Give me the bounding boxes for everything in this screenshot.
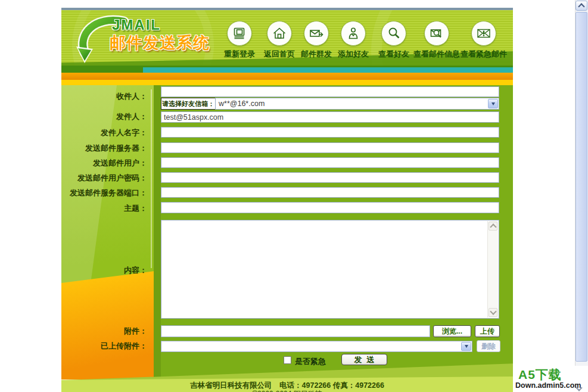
toolbar-label: 查看邮件信息 [412,49,462,60]
chevron-down-icon[interactable] [461,342,471,351]
logo-title: JMAIL [112,17,161,33]
logo-subtitle: 邮件发送系统 [110,32,210,54]
scroll-down-icon[interactable] [489,308,497,317]
label-attachment: 附件： [61,326,147,337]
sidebar-divider [154,85,161,379]
content-textarea[interactable] [161,220,499,319]
view-friends-icon [381,21,406,46]
urgent-label: 是否紧急 [295,356,326,367]
label-content: 内容： [61,265,147,276]
friend-select[interactable]: w**@16*.com [215,98,499,110]
watermark-title: A5下载 [518,366,562,383]
sender-input[interactable] [161,111,499,123]
label-sender-name: 发件人名字： [61,127,147,138]
recipient-input[interactable] [161,86,499,97]
mass-mail-icon [304,21,329,46]
server-port-input[interactable] [161,187,499,198]
subject-input[interactable] [161,202,499,213]
scrollbar-down-icon[interactable] [577,384,581,392]
friend-select-value: w**@16*.com [219,98,265,109]
friend-select-label: 请选择好友信箱： [161,98,216,110]
attachment-input[interactable] [161,325,430,337]
home-icon [267,21,292,46]
relogin-icon [227,21,252,46]
send-button[interactable]: 发送 [341,354,387,365]
scroll-up-icon[interactable] [489,222,497,231]
jmail-send-page: JMAIL 邮件发送系统 重新登录 返回首页 邮件群发 [0,0,588,392]
label-smtp-server: 发送邮件服务器： [61,143,147,154]
scrollbar-thumb[interactable] [575,12,587,362]
label-mail-password: 发送邮件用户密码： [61,173,147,183]
upload-button[interactable]: 上传 [475,325,500,337]
band-teal [143,67,513,73]
add-friend-icon [341,21,366,46]
band-yellow [61,80,513,85]
label-uploaded-attachment: 已上传附件： [61,341,147,351]
footer-copyright-line: ©2000-2004 明日科技 [61,389,513,392]
label-mail-user: 发送邮件用户： [61,158,147,169]
label-subject: 主题： [61,203,147,214]
toolbar-item-view-mail-info[interactable]: 查看邮件信息 [412,21,462,60]
urgent-checkbox[interactable] [284,356,291,364]
label-server-port: 发送邮件服务器端口： [61,188,147,198]
view-mail-info-icon [424,21,449,46]
sidebar-edge-line [151,89,152,268]
sender-name-input[interactable] [161,127,499,138]
toolbar-label: 查看紧急邮件 [459,49,509,60]
view-urgent-mail-icon [471,21,496,46]
mail-password-input[interactable] [161,172,499,183]
mail-user-input[interactable] [161,157,499,168]
smtp-server-input[interactable] [161,142,499,153]
label-recipient: 收件人： [61,91,147,102]
browse-button[interactable]: 浏览... [433,325,471,337]
uploaded-attachment-select[interactable] [161,341,472,352]
band-orange [61,73,513,80]
scrollbar-up-button[interactable] [575,1,587,11]
toolbar-item-view-urgent-mail[interactable]: 查看紧急邮件 [459,21,509,60]
chevron-down-icon[interactable] [488,99,498,108]
delete-button[interactable]: 删除 [477,340,500,352]
textarea-scrollbar[interactable] [487,221,498,318]
watermark-subtitle: Down.admin5.com [515,381,581,390]
label-sender: 发件人： [61,111,147,122]
